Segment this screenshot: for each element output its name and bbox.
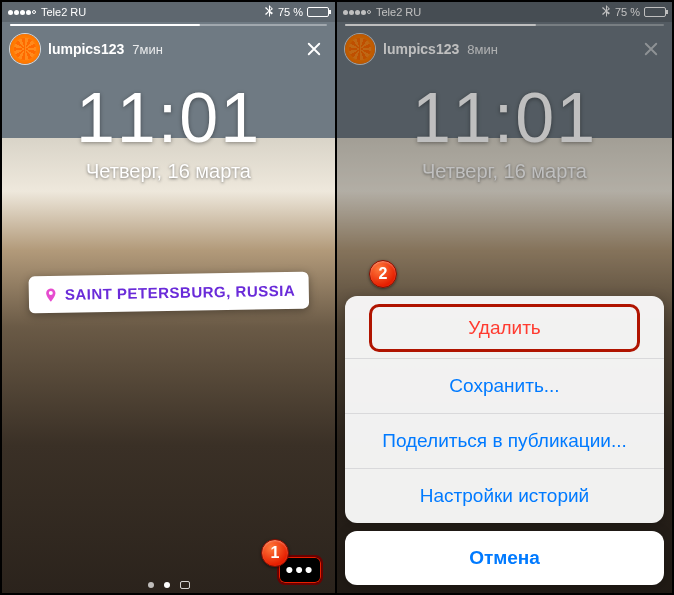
lock-time: 11:01 — [2, 78, 335, 158]
time-ago-label: 7мин — [132, 42, 163, 57]
action-sheet: Удалить Сохранить... Поделиться в публик… — [345, 296, 664, 585]
step-badge-1: 1 — [261, 539, 289, 567]
sheet-cancel[interactable]: Отмена — [345, 531, 664, 585]
phone-right: Tele2 RU 75 % lumpics123 8мин 11:01 Четв… — [337, 2, 672, 593]
step-badge-2: 2 — [369, 260, 397, 288]
story-header: lumpics123 7мин — [2, 22, 335, 70]
status-bar: Tele2 RU 75 % — [2, 2, 335, 22]
lock-date: Четверг, 16 марта — [2, 160, 335, 183]
close-icon[interactable] — [301, 36, 327, 62]
location-sticker[interactable]: SAINT PETERSBURG, RUSSIA — [28, 272, 309, 314]
signal-dots — [8, 10, 36, 15]
bluetooth-icon — [265, 5, 274, 19]
sheet-share[interactable]: Поделиться в публикации... — [345, 413, 664, 468]
avatar[interactable] — [10, 34, 40, 64]
battery-icon — [307, 7, 329, 17]
location-text: SAINT PETERSBURG, RUSSIA — [64, 282, 295, 303]
sheet-settings[interactable]: Настройки историй — [345, 468, 664, 523]
sheet-delete[interactable]: Удалить — [372, 307, 637, 349]
pin-icon — [42, 286, 58, 302]
action-sheet-card: Удалить Сохранить... Поделиться в публик… — [345, 296, 664, 523]
sheet-save[interactable]: Сохранить... — [345, 358, 664, 413]
delete-highlight: Удалить — [369, 304, 640, 352]
username-label[interactable]: lumpics123 — [48, 41, 124, 57]
battery-pct: 75 % — [278, 6, 303, 18]
carrier-label: Tele2 RU — [41, 6, 86, 18]
phone-left: Tele2 RU 75 % lumpics123 7мин 11:01 Четв… — [2, 2, 337, 593]
